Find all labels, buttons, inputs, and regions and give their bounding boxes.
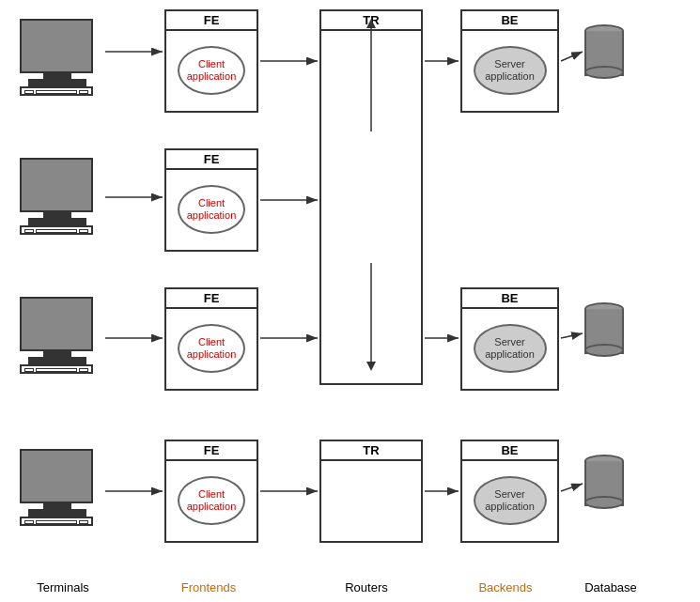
client-app-oval-1: Client application bbox=[178, 46, 245, 95]
fe-box-3: FE Client application bbox=[164, 287, 258, 391]
kb-sq-8 bbox=[79, 520, 88, 524]
monitor-screen-2 bbox=[20, 158, 93, 212]
be-header-3: BE bbox=[462, 289, 557, 309]
monitor-base-4 bbox=[28, 509, 86, 517]
server-app-label-4: Server application bbox=[475, 488, 545, 513]
monitor-base-2 bbox=[28, 218, 86, 225]
terminal-3 bbox=[9, 297, 103, 377]
be-box-1: BE Server application bbox=[460, 9, 559, 113]
client-app-oval-2: Client application bbox=[178, 185, 245, 234]
be-content-1: Server application bbox=[462, 31, 557, 110]
be-content-3: Server application bbox=[462, 309, 557, 388]
be-header-1: BE bbox=[462, 11, 557, 31]
fe-content-3: Client application bbox=[166, 309, 257, 388]
server-app-oval-4: Server application bbox=[474, 476, 547, 525]
database-1 bbox=[584, 24, 624, 79]
fe-box-4: FE Client application bbox=[164, 440, 258, 543]
client-app-oval-4: Client application bbox=[178, 476, 245, 525]
fe-content-2: Client application bbox=[166, 170, 257, 249]
kb-long-1 bbox=[36, 90, 77, 94]
terminal-1 bbox=[9, 19, 103, 99]
kb-sq-6 bbox=[79, 368, 88, 372]
monitor-screen-4 bbox=[20, 449, 93, 503]
be-box-3: BE Server application bbox=[460, 287, 559, 391]
db-bottom-3 bbox=[584, 344, 624, 357]
label-frontends: Frontends bbox=[152, 580, 265, 594]
monitor-screen-3 bbox=[20, 297, 93, 351]
kb-sq-2 bbox=[79, 90, 88, 94]
be-box-4: BE Server application bbox=[460, 440, 559, 543]
client-app-label-3: Client application bbox=[179, 336, 243, 361]
label-backends: Backends bbox=[449, 580, 562, 594]
kb-long-2 bbox=[36, 229, 77, 233]
kb-bottom-2 bbox=[24, 229, 88, 233]
db-bottom-1 bbox=[584, 66, 624, 79]
fe-content-4: Client application bbox=[166, 461, 257, 540]
tr-box-4: TR bbox=[319, 440, 423, 543]
kb-bottom-1 bbox=[24, 90, 88, 94]
be-header-4: BE bbox=[462, 441, 557, 461]
server-app-oval-3: Server application bbox=[474, 324, 547, 373]
database-4 bbox=[584, 455, 624, 509]
kb-sq-3 bbox=[24, 229, 34, 233]
kb-sq-7 bbox=[24, 520, 34, 524]
label-database: Database bbox=[573, 580, 648, 594]
server-app-label-3: Server application bbox=[475, 336, 545, 361]
kb-bottom-4 bbox=[24, 520, 88, 524]
kb-sq-4 bbox=[79, 229, 88, 233]
monitor-base-1 bbox=[28, 79, 86, 86]
label-terminals: Terminals bbox=[11, 580, 115, 594]
kb-long-4 bbox=[36, 520, 77, 524]
tr-box-main: TR bbox=[319, 9, 423, 385]
be-content-4: Server application bbox=[462, 461, 557, 540]
fe-box-2: FE Client application bbox=[164, 148, 258, 252]
keyboard-2 bbox=[20, 225, 93, 235]
fe-header-4: FE bbox=[166, 441, 257, 461]
arrow-be1-db1 bbox=[561, 52, 583, 61]
tr-header-main: TR bbox=[321, 11, 421, 31]
label-routers: Routers bbox=[310, 580, 423, 594]
fe-header-2: FE bbox=[166, 150, 257, 170]
fe-header-3: FE bbox=[166, 289, 257, 309]
client-app-label-1: Client application bbox=[179, 58, 243, 83]
server-app-label-1: Server application bbox=[475, 58, 545, 83]
arrow-be3-db3 bbox=[561, 333, 583, 338]
terminal-4 bbox=[9, 449, 103, 529]
db-bottom-4 bbox=[584, 496, 624, 509]
monitor-base-3 bbox=[28, 357, 86, 364]
kb-bottom-3 bbox=[24, 368, 88, 372]
terminal-2 bbox=[9, 158, 103, 238]
kb-long-3 bbox=[36, 368, 77, 372]
client-app-label-4: Client application bbox=[179, 488, 243, 513]
fe-header-1: FE bbox=[166, 11, 257, 31]
kb-sq-5 bbox=[24, 368, 34, 372]
keyboard-3 bbox=[20, 364, 93, 374]
monitor-screen-1 bbox=[20, 19, 93, 73]
fe-box-1: FE Client application bbox=[164, 9, 258, 113]
keyboard-1 bbox=[20, 86, 93, 96]
tr-header-4: TR bbox=[321, 441, 421, 461]
client-app-label-2: Client application bbox=[179, 197, 243, 222]
database-3 bbox=[584, 302, 624, 357]
kb-sq-1 bbox=[24, 90, 34, 94]
keyboard-4 bbox=[20, 517, 93, 526]
architecture-diagram: FE Client application BE Server applicat… bbox=[0, 0, 700, 602]
client-app-oval-3: Client application bbox=[178, 324, 245, 373]
server-app-oval-1: Server application bbox=[474, 46, 547, 95]
fe-content-1: Client application bbox=[166, 31, 257, 110]
arrow-be4-db4 bbox=[561, 484, 583, 491]
